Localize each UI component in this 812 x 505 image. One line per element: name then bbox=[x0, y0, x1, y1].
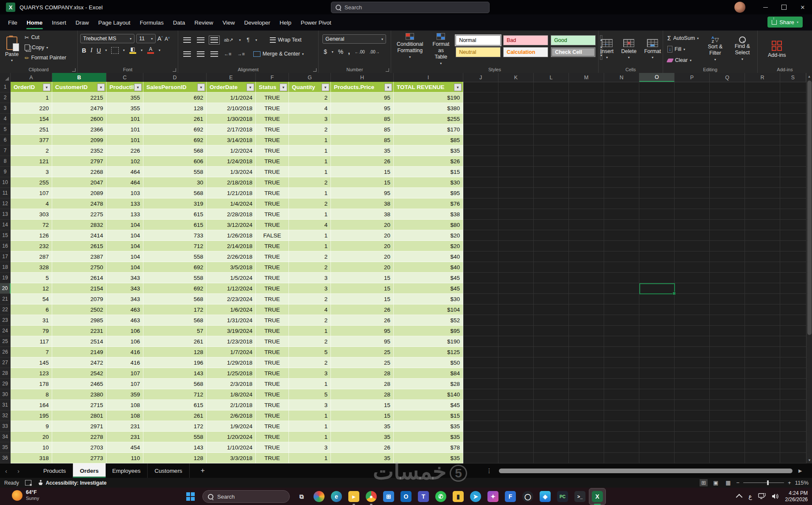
cell-D32[interactable]: 261 bbox=[143, 410, 207, 421]
cell-D29[interactable]: 568 bbox=[143, 379, 207, 389]
merge-center-button[interactable]: Merge & Center▾ bbox=[252, 49, 305, 59]
empty-cells-area[interactable] bbox=[463, 82, 806, 463]
page-layout-view-button[interactable]: ▣ bbox=[711, 479, 720, 486]
cell-D36[interactable]: 128 bbox=[143, 453, 207, 463]
top-align-button[interactable] bbox=[183, 37, 191, 43]
cell-B34[interactable]: 2278 bbox=[52, 432, 106, 442]
menu-tab-review[interactable]: Review bbox=[190, 14, 218, 31]
cell-E24[interactable]: 3/19/2024 bbox=[207, 326, 256, 336]
cell-D17[interactable]: 558 bbox=[143, 251, 207, 262]
cell-B21[interactable]: 2079 bbox=[52, 294, 106, 304]
cell-I21[interactable]: $30 bbox=[394, 294, 463, 304]
cell-B7[interactable]: 2352 bbox=[52, 145, 106, 156]
cell-B13[interactable]: 2275 bbox=[52, 209, 106, 220]
cell-D15[interactable]: 733 bbox=[143, 230, 207, 241]
cell-H33[interactable]: 35 bbox=[331, 421, 394, 432]
cell-G32[interactable]: 1 bbox=[289, 410, 331, 421]
cell-A26[interactable]: 7 bbox=[11, 347, 52, 357]
cell-C36[interactable]: 110 bbox=[106, 453, 143, 463]
cell-I14[interactable]: $80 bbox=[394, 220, 463, 230]
cell-H28[interactable]: 28 bbox=[331, 368, 394, 379]
cell-H18[interactable]: 20 bbox=[331, 262, 394, 273]
page-break-view-button[interactable]: ▦ bbox=[724, 479, 732, 486]
cell-B9[interactable]: 2268 bbox=[52, 167, 106, 177]
cell-D30[interactable]: 712 bbox=[143, 389, 207, 400]
cell-F4[interactable]: TRUE bbox=[256, 114, 289, 124]
row-header-32[interactable]: 32 bbox=[0, 410, 11, 421]
currency-format-button[interactable]: $ bbox=[324, 48, 327, 55]
row-header-21[interactable]: 21 bbox=[0, 294, 11, 304]
cell-D23[interactable]: 568 bbox=[143, 315, 207, 326]
cell-D5[interactable]: 692 bbox=[143, 124, 207, 135]
powertoys-icon[interactable]: ✦ bbox=[485, 488, 501, 505]
cell-C31[interactable]: 108 bbox=[106, 400, 143, 410]
cell-D26[interactable]: 128 bbox=[143, 347, 207, 357]
cell-E8[interactable]: 1/24/2018 bbox=[207, 156, 256, 167]
cell-E26[interactable]: 1/7/2024 bbox=[207, 347, 256, 357]
cell-G13[interactable]: 1 bbox=[289, 209, 331, 220]
cell-I29[interactable]: $28 bbox=[394, 379, 463, 389]
cell-A35[interactable]: 10 bbox=[11, 442, 52, 453]
cell-I10[interactable]: $30 bbox=[394, 177, 463, 188]
column-header-R[interactable]: R bbox=[745, 73, 780, 82]
menu-tab-help[interactable]: Help bbox=[275, 14, 296, 31]
cell-H34[interactable]: 35 bbox=[331, 432, 394, 442]
language-indicator[interactable]: ع bbox=[748, 493, 752, 500]
cell-B8[interactable]: 2797 bbox=[52, 156, 106, 167]
menu-tab-file[interactable]: File bbox=[3, 14, 22, 31]
sheet-tab-employees[interactable]: Employees bbox=[106, 463, 148, 478]
cell-C25[interactable]: 106 bbox=[106, 336, 143, 347]
sheet-tab-orders[interactable]: Orders bbox=[73, 463, 105, 478]
cell-F14[interactable]: TRUE bbox=[256, 220, 289, 230]
scroll-down-icon[interactable]: ▼ bbox=[806, 457, 812, 463]
cell-I24[interactable]: $95 bbox=[394, 326, 463, 336]
clipboard-dialog-launcher[interactable] bbox=[72, 68, 76, 72]
cell-F7[interactable]: TRUE bbox=[256, 145, 289, 156]
row-header-2[interactable]: 2 bbox=[0, 92, 11, 103]
decrease-indent-button[interactable]: ←≡ bbox=[224, 51, 231, 56]
cell-style-bad[interactable]: Bad bbox=[503, 35, 548, 45]
menu-tab-power-pivot[interactable]: Power Pivot bbox=[296, 14, 336, 31]
cell-A13[interactable]: 303 bbox=[11, 209, 52, 220]
cell-B32[interactable]: 2801 bbox=[52, 410, 106, 421]
maximize-button[interactable] bbox=[775, 0, 793, 14]
pycharm-icon[interactable]: PC bbox=[554, 488, 571, 505]
comma-format-button[interactable]: , bbox=[348, 47, 350, 56]
cell-G21[interactable]: 2 bbox=[289, 294, 331, 304]
cell-F21[interactable]: TRUE bbox=[256, 294, 289, 304]
find-select-button[interactable]: Find & Select ▾ bbox=[730, 32, 755, 66]
cell-D28[interactable]: 143 bbox=[143, 368, 207, 379]
tray-expand-icon[interactable] bbox=[736, 494, 743, 501]
cell-F19[interactable]: TRUE bbox=[256, 273, 289, 283]
cell-D11[interactable]: 568 bbox=[143, 188, 207, 198]
cell-B25[interactable]: 2514 bbox=[52, 336, 106, 347]
row-header-36[interactable]: 36 bbox=[0, 453, 11, 463]
scroll-right-icon[interactable]: ▶ bbox=[798, 468, 802, 474]
cell-style-good[interactable]: Good bbox=[551, 35, 596, 45]
align-center-button[interactable] bbox=[197, 51, 204, 57]
cell-G4[interactable]: 3 bbox=[289, 114, 331, 124]
cell-C24[interactable]: 106 bbox=[106, 326, 143, 336]
cell-B36[interactable]: 2773 bbox=[52, 453, 106, 463]
row-header-24[interactable]: 24 bbox=[0, 326, 11, 336]
column-header-N[interactable]: N bbox=[604, 73, 639, 82]
cell-F13[interactable]: TRUE bbox=[256, 209, 289, 220]
cell-C26[interactable]: 416 bbox=[106, 347, 143, 357]
cell-A17[interactable]: 287 bbox=[11, 251, 52, 262]
cell-G5[interactable]: 2 bbox=[289, 124, 331, 135]
vertical-scrollbar[interactable]: ▲ ▼ bbox=[806, 73, 812, 463]
column-header-I[interactable]: I bbox=[394, 73, 463, 82]
cell-B31[interactable]: 2715 bbox=[52, 400, 106, 410]
cell-D12[interactable]: 319 bbox=[143, 198, 207, 209]
cell-G33[interactable]: 1 bbox=[289, 421, 331, 432]
cell-H35[interactable]: 26 bbox=[331, 442, 394, 453]
cell-H23[interactable]: 26 bbox=[331, 315, 394, 326]
filter-button-customerid[interactable]: ▼ bbox=[97, 84, 105, 91]
cell-I30[interactable]: $140 bbox=[394, 389, 463, 400]
cell-E23[interactable]: 1/31/2024 bbox=[207, 315, 256, 326]
cell-H16[interactable]: 20 bbox=[331, 241, 394, 251]
cell-H25[interactable]: 95 bbox=[331, 336, 394, 347]
table-header-status[interactable]: Status▼ bbox=[256, 82, 289, 92]
title-search-box[interactable]: Search bbox=[331, 2, 490, 13]
cell-F15[interactable]: FALSE bbox=[256, 230, 289, 241]
